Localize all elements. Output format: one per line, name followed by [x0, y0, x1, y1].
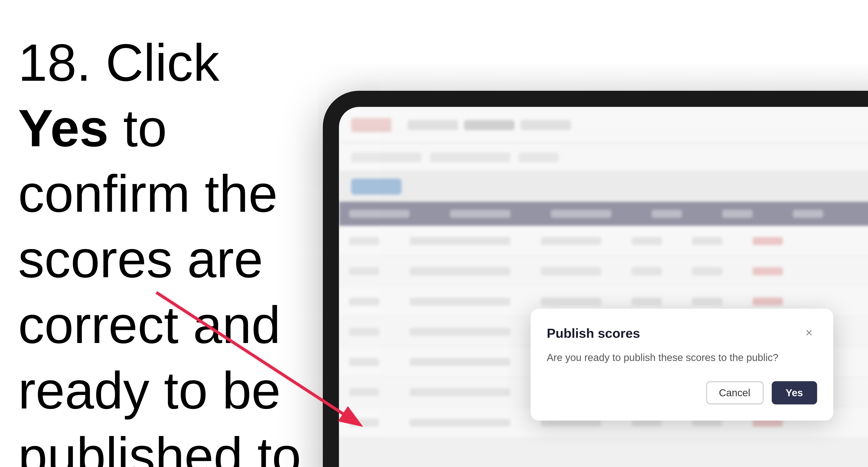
step-number: 18. [18, 33, 91, 92]
modal-title: Publish scores [547, 325, 640, 341]
modal-body-text: Are you ready to publish these scores to… [547, 351, 817, 365]
tablet-screen: Publish scores × Are you ready to publis… [339, 107, 868, 467]
publish-scores-modal: Publish scores × Are you ready to publis… [531, 309, 833, 421]
instruction-text: 18. Click Yes to confirm the scores are … [18, 30, 311, 467]
cancel-button[interactable]: Cancel [706, 381, 764, 405]
instruction-before-bold: Click [106, 33, 220, 92]
yes-button[interactable]: Yes [772, 381, 817, 405]
modal-footer: Cancel Yes [547, 381, 817, 405]
modal-header: Publish scores × [547, 325, 817, 341]
tablet-device: Publish scores × Are you ready to publis… [323, 91, 868, 467]
instruction-bold: Yes [18, 99, 109, 157]
modal-close-button[interactable]: × [801, 325, 817, 341]
